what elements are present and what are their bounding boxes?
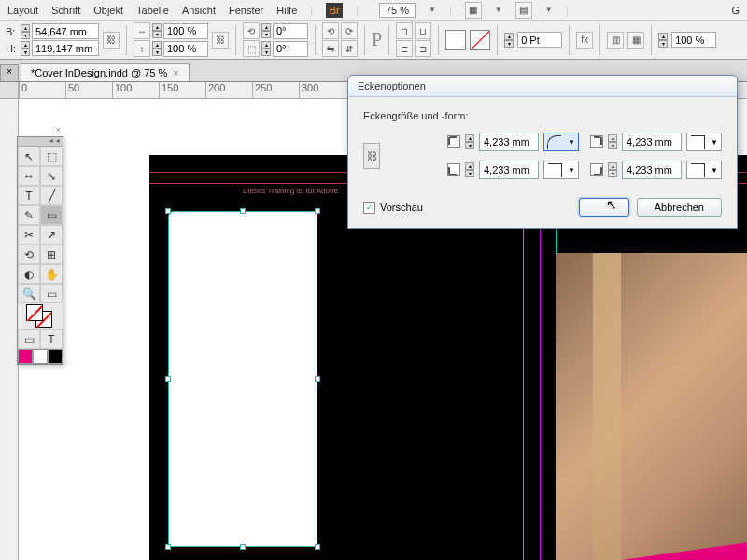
screen-mode-icon[interactable]: ▦	[465, 2, 482, 19]
scissors-tool[interactable]: ✂	[18, 225, 40, 245]
preview-label: Vorschau	[380, 202, 423, 213]
direct-selection-tool[interactable]: ⬚	[40, 147, 63, 166]
gap-tool[interactable]: ⤡	[40, 166, 63, 186]
corner-br-stepper[interactable]: ▴▾	[608, 162, 617, 177]
tools-close-icon[interactable]: ×	[56, 125, 61, 134]
corner-bl-input[interactable]	[479, 161, 539, 179]
scale-x-stepper[interactable]: ▴▾	[152, 23, 162, 38]
page-tool[interactable]: ↔	[18, 166, 40, 186]
control-bar: B: ▴▾ H: ▴▾ ⛓ ↔ ▴▾ ↕ ▴▾ ⛓ ⟲ ▴▾ ⬚	[0, 21, 747, 60]
menu-tabelle[interactable]: Tabelle	[136, 5, 169, 16]
stroke-weight-stepper[interactable]: ▴▾	[504, 33, 514, 48]
selection-tool[interactable]: ↖	[18, 147, 40, 166]
zoom-tool[interactable]: ▭	[40, 284, 63, 303]
header-text: Dieses Training ist für Adobe	[243, 187, 338, 195]
swatch-row[interactable]	[18, 349, 63, 364]
gradient-feather-tool[interactable]: ⊞	[40, 245, 63, 264]
corner-tr-icon	[590, 135, 603, 148]
scale-y-input[interactable]	[163, 41, 208, 57]
scale2-stepper[interactable]: ▴▾	[658, 33, 668, 48]
effects-icon[interactable]: fx	[576, 32, 593, 49]
arrange-icon[interactable]: ▤	[515, 2, 532, 19]
document-tab-title: *Cover InDesign.indd @ 75 %	[31, 67, 167, 78]
menu-right-g[interactable]: G	[731, 5, 740, 16]
corner-tr-input[interactable]	[622, 133, 682, 151]
menu-ansicht[interactable]: Ansicht	[182, 5, 216, 16]
text-wrap-2-icon[interactable]: ▦	[627, 32, 644, 49]
corner-tl-icon	[447, 135, 460, 148]
ruler-origin[interactable]	[0, 82, 19, 99]
rotate-stepper[interactable]: ▴▾	[261, 23, 271, 38]
height-stepper[interactable]: ▴▾	[21, 41, 30, 56]
flip-v-icon[interactable]: ⇵	[341, 40, 358, 57]
height-input[interactable]	[32, 40, 99, 56]
rectangle-frame-tool[interactable]: ▭	[40, 205, 63, 225]
fill-swatch[interactable]	[445, 30, 466, 50]
corner-bl-stepper[interactable]: ▴▾	[465, 162, 474, 177]
document-tab[interactable]: *Cover InDesign.indd @ 75 % ×	[21, 63, 190, 81]
align-4-icon[interactable]: ⊐	[415, 40, 431, 57]
align-3-icon[interactable]: ⊏	[396, 40, 413, 57]
menu-schrift[interactable]: Schrift	[51, 5, 80, 16]
fill-stroke-swatch[interactable]	[18, 303, 63, 329]
shear-stepper[interactable]: ▴▾	[261, 41, 271, 56]
align-1-icon[interactable]: ⊓	[396, 22, 413, 39]
corner-bl-shape[interactable]: ▼	[543, 161, 579, 179]
preview-checkbox[interactable]: ✓	[363, 202, 375, 214]
formatting-text-icon[interactable]: T	[40, 329, 63, 349]
menu-fenster[interactable]: Fenster	[229, 5, 263, 16]
type-tool[interactable]: T	[18, 186, 40, 205]
corner-tl-input[interactable]	[479, 133, 539, 151]
corner-tr-shape[interactable]: ▼	[686, 133, 722, 151]
scale2-input[interactable]	[671, 32, 716, 48]
width-label: B:	[6, 26, 19, 37]
selected-frame[interactable]	[168, 211, 317, 547]
cover-photo[interactable]	[556, 253, 747, 560]
width-input[interactable]	[32, 23, 99, 39]
corner-tr-stepper[interactable]: ▴▾	[608, 134, 617, 149]
flip-h-icon[interactable]: ⇋	[322, 40, 339, 57]
tab-close-extra[interactable]: ×	[0, 64, 19, 81]
eyedropper-tool[interactable]: ✋	[40, 264, 63, 284]
tools-collapse[interactable]	[18, 137, 63, 147]
scale-x-icon: ↔	[134, 22, 150, 39]
link-corners-icon[interactable]: ⛓	[363, 143, 380, 169]
tools-panel: × ↖ ⬚ ↔ ⤡ T ╱ ✎ ▭ ✂ ↗ ⟲ ⊞ ◐ ✋ 🔍 ▭ ▭ T	[17, 136, 63, 365]
shear-input[interactable]	[273, 41, 308, 57]
ok-button[interactable]: OK ↖	[579, 198, 629, 217]
paragraph-icon[interactable]: P	[372, 29, 382, 50]
stroke-swatch[interactable]	[470, 30, 490, 50]
corner-br-shape[interactable]: ▼	[686, 161, 722, 179]
constrain-scale-icon[interactable]: ⛓	[212, 32, 229, 49]
rotate-ccw-icon[interactable]: ⟲	[322, 22, 339, 39]
corner-tl-stepper[interactable]: ▴▾	[465, 134, 474, 149]
tab-close-icon[interactable]: ×	[173, 67, 178, 78]
corner-tl-shape[interactable]: ▼	[543, 133, 579, 151]
hand-tool[interactable]: 🔍	[18, 284, 40, 303]
rotate-input[interactable]	[273, 23, 308, 39]
corner-br-input[interactable]	[622, 161, 682, 179]
ruler-vertical[interactable]	[0, 99, 19, 560]
stroke-weight-input[interactable]	[517, 32, 562, 48]
text-wrap-1-icon[interactable]: ▥	[607, 32, 624, 49]
scale-x-input[interactable]	[163, 23, 208, 39]
pen-tool[interactable]: ✎	[18, 205, 40, 225]
zoom-dropdown-arrow[interactable]: ▼	[429, 6, 436, 14]
rotate-cw-icon[interactable]: ⟳	[341, 22, 358, 39]
width-stepper[interactable]: ▴▾	[21, 24, 30, 39]
dialog-section-label: Eckengröße und -form:	[363, 110, 722, 121]
formatting-container-icon[interactable]: ▭	[18, 329, 40, 349]
bridge-icon[interactable]: Br	[326, 3, 343, 18]
align-2-icon[interactable]: ⊔	[415, 22, 431, 39]
constrain-icon[interactable]: ⛓	[103, 32, 120, 49]
free-transform-tool[interactable]: ↗	[40, 225, 63, 245]
line-tool[interactable]: ╱	[40, 186, 63, 205]
scale-y-stepper[interactable]: ▴▾	[152, 41, 162, 56]
menu-objekt[interactable]: Objekt	[93, 5, 123, 16]
menu-layout[interactable]: Layout	[7, 5, 38, 16]
menu-hilfe[interactable]: Hilfe	[276, 5, 297, 16]
zoom-level[interactable]: 75 %	[379, 3, 416, 18]
gradient-swatch-tool[interactable]: ⟲	[18, 245, 40, 264]
note-tool[interactable]: ◐	[18, 264, 40, 284]
cancel-button[interactable]: Abbrechen	[637, 198, 722, 217]
